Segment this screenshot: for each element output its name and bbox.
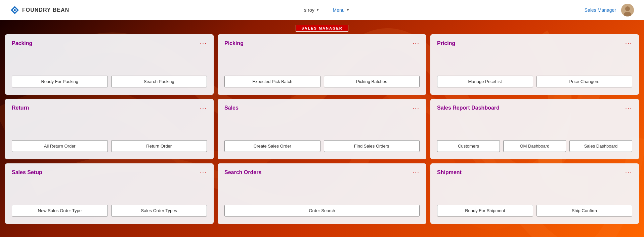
card-header-sales: Sales··· bbox=[224, 105, 420, 111]
card-buttons-sales-report-dashboard: CustomersOM DashboardSales Dashboard bbox=[437, 140, 632, 152]
button-manage-pricelist[interactable]: Manage PriceList bbox=[437, 76, 533, 87]
card-header-sales-report-dashboard: Sales Report Dashboard··· bbox=[437, 105, 632, 111]
logo-icon bbox=[10, 5, 19, 15]
banner: SALES MANAGER bbox=[5, 24, 639, 34]
card-buttons-search-orders: Order Search bbox=[224, 205, 420, 216]
button-om-dashboard[interactable]: OM Dashboard bbox=[503, 140, 566, 152]
card-return: Return···All Return OrderReturn Order bbox=[5, 99, 214, 159]
avatar[interactable] bbox=[621, 4, 634, 16]
card-title-sales-report-dashboard: Sales Report Dashboard bbox=[437, 105, 500, 111]
header-center: s roy ▼ Menu ▼ bbox=[304, 7, 349, 13]
card-title-sales-setup: Sales Setup bbox=[12, 169, 42, 175]
card-menu-sales-report-dashboard[interactable]: ··· bbox=[625, 105, 632, 111]
menu-dropdown[interactable]: Menu ▼ bbox=[333, 7, 350, 13]
button-customers[interactable]: Customers bbox=[437, 140, 500, 152]
card-buttons-return: All Return OrderReturn Order bbox=[12, 140, 207, 152]
card-buttons-sales-setup: New Sales Order TypeSales Order Types bbox=[12, 205, 207, 216]
card-menu-sales[interactable]: ··· bbox=[413, 105, 420, 111]
card-grid: Packing···Ready For PackingSearch Packin… bbox=[5, 34, 639, 224]
button-price-changers[interactable]: Price Changers bbox=[536, 76, 633, 87]
button-search-packing[interactable]: Search Packing bbox=[111, 76, 207, 87]
svg-point-4 bbox=[625, 6, 630, 11]
button-picking-batches[interactable]: Picking Batches bbox=[324, 76, 420, 87]
card-menu-pricing[interactable]: ··· bbox=[625, 40, 632, 46]
button-all-return-order[interactable]: All Return Order bbox=[12, 140, 108, 152]
menu-dropdown-arrow: ▼ bbox=[346, 8, 350, 12]
card-buttons-pricing: Manage PriceListPrice Changers bbox=[437, 76, 632, 87]
card-sales: Sales···Create Sales OrderFind Sales Ord… bbox=[218, 99, 426, 159]
card-buttons-packing: Ready For PackingSearch Packing bbox=[12, 76, 207, 87]
button-new-sales-order-type[interactable]: New Sales Order Type bbox=[12, 205, 108, 216]
banner-badge: SALES MANAGER bbox=[296, 25, 348, 32]
button-sales-order-types[interactable]: Sales Order Types bbox=[111, 205, 207, 216]
card-header-packing: Packing··· bbox=[12, 40, 207, 46]
user-label: s roy bbox=[304, 7, 314, 13]
card-title-packing: Packing bbox=[12, 40, 32, 46]
card-picking: Picking···Expected Pick BatchPicking Bat… bbox=[218, 34, 426, 95]
card-title-sales: Sales bbox=[224, 105, 239, 111]
main-wrapper: SALES MANAGER Packing···Ready For Packin… bbox=[0, 20, 644, 237]
button-create-sales-order[interactable]: Create Sales Order bbox=[224, 140, 320, 152]
card-header-shipment: Shipment··· bbox=[437, 169, 632, 175]
card-buttons-picking: Expected Pick BatchPicking Batches bbox=[224, 76, 420, 87]
card-menu-return[interactable]: ··· bbox=[200, 105, 207, 111]
card-buttons-shipment: Ready For ShipmentShip Confirm bbox=[437, 205, 632, 216]
card-packing: Packing···Ready For PackingSearch Packin… bbox=[5, 34, 214, 95]
card-header-picking: Picking··· bbox=[224, 40, 420, 46]
card-search-orders: Search Orders···Order Search bbox=[218, 163, 426, 224]
card-header-return: Return··· bbox=[12, 105, 207, 111]
card-sales-setup: Sales Setup···New Sales Order TypeSales … bbox=[5, 163, 214, 224]
card-menu-packing[interactable]: ··· bbox=[200, 40, 207, 46]
card-title-pricing: Pricing bbox=[437, 40, 455, 46]
card-header-sales-setup: Sales Setup··· bbox=[12, 169, 207, 175]
card-title-picking: Picking bbox=[224, 40, 244, 46]
button-order-search[interactable]: Order Search bbox=[224, 205, 420, 216]
logo-text: FOUNDRY BEAN bbox=[22, 7, 69, 13]
button-sales-dashboard[interactable]: Sales Dashboard bbox=[569, 140, 632, 152]
header-right: Sales Manager bbox=[585, 4, 634, 16]
user-dropdown-arrow: ▼ bbox=[316, 8, 319, 12]
user-dropdown[interactable]: s roy ▼ bbox=[304, 7, 319, 13]
card-sales-report-dashboard: Sales Report Dashboard···CustomersOM Das… bbox=[430, 99, 639, 159]
card-header-pricing: Pricing··· bbox=[437, 40, 632, 46]
button-find-sales-orders[interactable]: Find Sales Orders bbox=[324, 140, 420, 152]
card-header-search-orders: Search Orders··· bbox=[224, 169, 420, 175]
logo-area: FOUNDRY BEAN bbox=[10, 5, 69, 15]
header: FOUNDRY BEAN s roy ▼ Menu ▼ Sales Manage… bbox=[0, 0, 644, 20]
menu-label: Menu bbox=[333, 7, 345, 13]
card-title-search-orders: Search Orders bbox=[224, 169, 261, 175]
button-ready-for-packing[interactable]: Ready For Packing bbox=[12, 76, 108, 87]
button-ready-for-shipment[interactable]: Ready For Shipment bbox=[437, 205, 533, 216]
card-buttons-sales: Create Sales OrderFind Sales Orders bbox=[224, 140, 420, 152]
card-menu-picking[interactable]: ··· bbox=[413, 40, 420, 46]
button-return-order[interactable]: Return Order bbox=[111, 140, 207, 152]
card-pricing: Pricing···Manage PriceListPrice Changers bbox=[430, 34, 639, 95]
card-shipment: Shipment···Ready For ShipmentShip Confir… bbox=[430, 163, 639, 224]
button-ship-confirm[interactable]: Ship Confirm bbox=[536, 205, 633, 216]
sales-manager-link[interactable]: Sales Manager bbox=[585, 7, 616, 13]
button-expected-pick-batch[interactable]: Expected Pick Batch bbox=[224, 76, 320, 87]
card-menu-search-orders[interactable]: ··· bbox=[413, 169, 420, 175]
card-menu-shipment[interactable]: ··· bbox=[625, 169, 632, 175]
card-title-shipment: Shipment bbox=[437, 169, 462, 175]
card-title-return: Return bbox=[12, 105, 29, 111]
card-menu-sales-setup[interactable]: ··· bbox=[200, 169, 207, 175]
